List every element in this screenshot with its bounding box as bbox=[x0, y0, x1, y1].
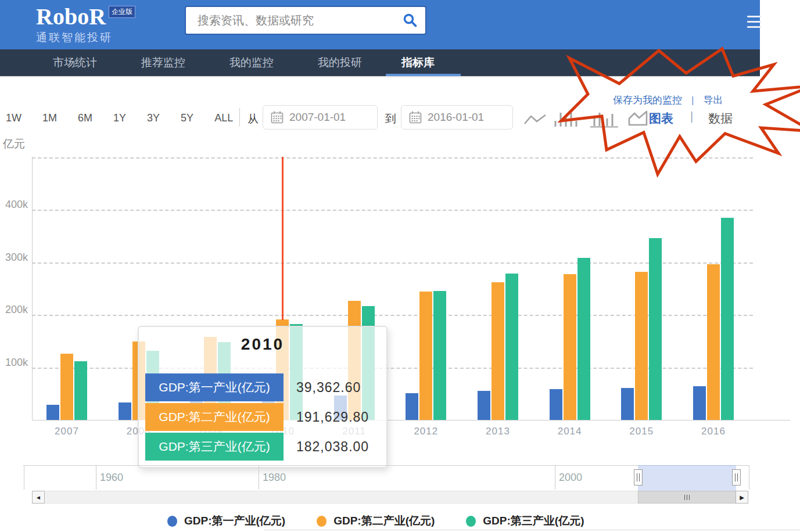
tab-my-research[interactable]: 我的投研 bbox=[318, 49, 362, 76]
bar-2013-series1[interactable] bbox=[478, 391, 490, 420]
navigator-selection[interactable] bbox=[638, 465, 736, 491]
bar-2014-series3[interactable] bbox=[577, 258, 590, 420]
line-chart-icon[interactable] bbox=[523, 113, 547, 126]
range-1m-button[interactable]: 1M bbox=[42, 112, 57, 124]
navigator-right-handle[interactable] bbox=[732, 469, 741, 486]
tab-market-stats[interactable]: 市场统计 bbox=[53, 49, 97, 76]
y-axis-tick-label: 200k bbox=[0, 304, 28, 316]
bar-2012-series3[interactable] bbox=[433, 291, 446, 420]
main-nav: 市场统计 推荐监控 我的监控 我的投研 指标库 bbox=[0, 49, 760, 76]
x-axis-tick-label: 2013 bbox=[472, 426, 524, 437]
y-axis-line bbox=[32, 157, 33, 420]
from-label: 从 bbox=[247, 112, 259, 127]
bar-2016-series2[interactable] bbox=[707, 264, 720, 420]
range-3y-button[interactable]: 3Y bbox=[147, 112, 160, 124]
legend-label: GDP:第一产业(亿元) bbox=[184, 513, 285, 529]
navigator-tick bbox=[749, 465, 749, 490]
y-axis-tick-label: 400k bbox=[0, 199, 28, 211]
links-separator: | bbox=[691, 95, 694, 106]
x-axis-tick-label: 2007 bbox=[41, 426, 93, 437]
logo-text: RoboR bbox=[36, 3, 106, 30]
scroll-right-button[interactable]: ▶ bbox=[736, 491, 748, 504]
area-chart-icon[interactable] bbox=[627, 110, 648, 127]
legend-item-series2[interactable]: GDP:第二产业(亿元) bbox=[317, 513, 435, 529]
bar-2008-series1[interactable] bbox=[119, 402, 131, 420]
save-as-monitor-link[interactable]: 保存为我的监控 bbox=[613, 94, 682, 107]
logo-subtitle: 通联智能投研 bbox=[36, 30, 135, 45]
range-1w-button[interactable]: 1W bbox=[6, 112, 21, 124]
navigator-tick-label: 2000 bbox=[559, 472, 582, 484]
range-5y-button[interactable]: 5Y bbox=[181, 112, 193, 124]
bar-2007-series2[interactable] bbox=[60, 354, 73, 420]
legend-item-series1[interactable]: GDP:第一产业(亿元) bbox=[167, 513, 285, 529]
search-box bbox=[185, 6, 426, 35]
tab-indicator-library[interactable]: 指标库 bbox=[401, 49, 435, 76]
search-input[interactable] bbox=[186, 14, 395, 27]
calendar-icon bbox=[409, 111, 422, 124]
range-6m-button[interactable]: 6M bbox=[78, 112, 92, 124]
navigator-tick-label: 1960 bbox=[100, 472, 123, 484]
bar-2012-series2[interactable] bbox=[419, 292, 432, 420]
data-view-toggle[interactable]: 数据 bbox=[708, 110, 733, 127]
page: RoboR企业版 通联智能投研 市场统计 推荐监控 我的监控 我的投研 指标库 … bbox=[0, 0, 800, 532]
bar-2016-series3[interactable] bbox=[721, 218, 734, 420]
bar-2007-series1[interactable] bbox=[46, 405, 59, 420]
range-all-button[interactable]: ALL bbox=[214, 112, 233, 124]
y-axis-tick-label: 300k bbox=[0, 251, 28, 264]
gridline bbox=[32, 263, 753, 264]
navigator-tick bbox=[24, 465, 24, 490]
navigator-tick bbox=[555, 465, 555, 490]
chart-tooltip: 2010 GDP:第一产业(亿元) 39,362.60 GDP:第二产业(亿元)… bbox=[138, 326, 388, 468]
tooltip-value-tertiary: 182,038.00 bbox=[296, 439, 369, 455]
gridline bbox=[32, 157, 753, 159]
tab-recommend-monitor[interactable]: 推荐监控 bbox=[141, 49, 185, 76]
bottom-divider bbox=[264, 530, 800, 530]
menu-icon[interactable] bbox=[747, 16, 761, 31]
date-from-value: 2007-01-01 bbox=[289, 111, 346, 124]
tooltip-series-pill-tertiary: GDP:第三产业(亿元) bbox=[145, 433, 284, 461]
navigator-left-handle[interactable] bbox=[634, 469, 643, 486]
scroll-left-button[interactable]: ◄ bbox=[32, 491, 45, 504]
export-link[interactable]: 导出 bbox=[703, 94, 723, 107]
to-label: 到 bbox=[385, 112, 396, 127]
date-to-input[interactable]: 2016-01-01 bbox=[401, 105, 513, 130]
tab-my-monitor[interactable]: 我的监控 bbox=[229, 49, 274, 76]
legend-label: GDP:第三产业(亿元) bbox=[483, 513, 584, 529]
bar-chart-icon[interactable] bbox=[553, 109, 581, 128]
gridline bbox=[32, 210, 753, 211]
bar-2015-series1[interactable] bbox=[621, 388, 634, 420]
navigator-tick-label: 1980 bbox=[263, 472, 286, 484]
bar-2007-series3[interactable] bbox=[74, 361, 87, 420]
tooltip-value-primary: 39,362.60 bbox=[296, 380, 361, 396]
legend-dot bbox=[167, 516, 177, 527]
bar-2015-series2[interactable] bbox=[635, 272, 648, 420]
chart-view-toggle[interactable]: 图表 bbox=[649, 110, 673, 127]
search-icon[interactable] bbox=[395, 13, 425, 28]
date-from-input[interactable]: 2007-01-01 bbox=[263, 105, 378, 130]
bar-2013-series2[interactable] bbox=[492, 282, 504, 420]
x-axis-tick-label: 2015 bbox=[615, 426, 668, 437]
bar-2013-series3[interactable] bbox=[505, 274, 518, 420]
tooltip-row: GDP:第三产业(亿元) 182,038.00 bbox=[139, 433, 386, 461]
bar-2012-series1[interactable] bbox=[406, 393, 418, 420]
legend-dot bbox=[317, 516, 327, 527]
toggle-separator: | bbox=[690, 110, 693, 123]
starburst-annotation bbox=[0, 0, 800, 532]
bar-2014-series2[interactable] bbox=[564, 274, 576, 420]
range-1y-button[interactable]: 1Y bbox=[113, 112, 126, 124]
bar-2015-series3[interactable] bbox=[649, 238, 662, 420]
scroll-left-icon: ◄ bbox=[35, 494, 41, 501]
tooltip-row: GDP:第二产业(亿元) 191,629.80 bbox=[139, 403, 386, 431]
legend-item-series3[interactable]: GDP:第三产业(亿元) bbox=[466, 513, 584, 529]
calendar-icon bbox=[271, 111, 284, 124]
grouped-bar-chart-icon[interactable] bbox=[590, 109, 619, 128]
bar-2016-series1[interactable] bbox=[693, 386, 706, 420]
tooltip-value-secondary: 191,629.80 bbox=[296, 409, 369, 425]
navigator-tick bbox=[259, 465, 259, 490]
scrollbar-thumb[interactable] bbox=[638, 491, 736, 504]
bar-2014-series1[interactable] bbox=[550, 389, 562, 420]
x-axis-tick-label: 2012 bbox=[400, 426, 452, 437]
y-axis-unit-label: 亿元 bbox=[3, 136, 25, 152]
action-links: 保存为我的监控 | 导出 bbox=[613, 94, 723, 107]
date-to-value: 2016-01-01 bbox=[428, 111, 484, 124]
